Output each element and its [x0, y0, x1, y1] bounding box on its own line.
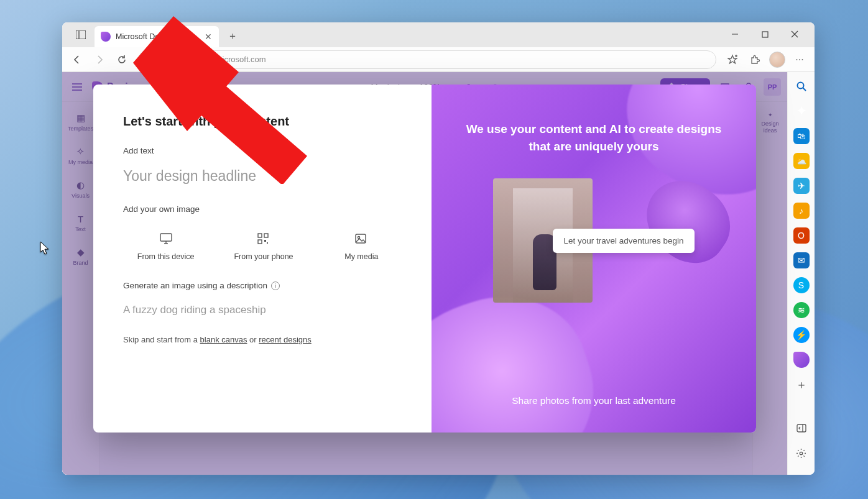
skip-text: Skip and start from a blank canvas or re… — [123, 335, 404, 344]
forward-button[interactable] — [90, 50, 109, 70]
sidebar-app-icon[interactable]: ⛅ — [793, 153, 810, 169]
sidebar-collapse-button[interactable] — [793, 420, 810, 436]
blank-canvas-link[interactable]: blank canvas — [200, 335, 247, 344]
recent-designs-link[interactable]: recent designs — [259, 335, 312, 344]
svg-rect-16 — [264, 234, 268, 237]
tab-overview-button[interactable] — [71, 25, 91, 45]
start-modal: Let's start with your content Add text A… — [93, 85, 756, 433]
tab-title: Microsoft Designer — [116, 32, 180, 41]
monitor-icon — [159, 232, 173, 246]
window-controls — [719, 22, 811, 46]
sidebar-add-button[interactable]: ＋ — [793, 377, 810, 393]
modal-left-panel: Let's start with your content Add text A… — [93, 85, 432, 433]
svg-rect-15 — [258, 234, 262, 237]
image-icon — [354, 232, 368, 246]
svg-rect-0 — [76, 30, 86, 39]
sidebar-skype-icon[interactable]: S — [793, 277, 810, 293]
promo-headline: We use your content and AI to create des… — [432, 121, 756, 155]
sidebar-messenger-icon[interactable]: ⚡ — [793, 327, 810, 343]
sidebar-app-icon[interactable]: ✦ — [793, 103, 810, 119]
promo-demo: Let your travel adventures begin — [493, 178, 695, 303]
page-viewport: Designer +New design My design 100% Shar… — [62, 72, 787, 475]
close-tab-button[interactable]: ✕ — [203, 31, 214, 42]
skip-or: or — [247, 335, 259, 344]
promo-pill: Let your travel adventures begin — [553, 229, 695, 253]
modal-heading: Let's start with your content — [123, 114, 404, 129]
from-device-button[interactable]: From this device — [123, 226, 208, 267]
lock-icon — [146, 54, 154, 65]
tab-strip: Microsoft Designer ✕ ＋ — [62, 22, 815, 47]
sidebar-app-icon[interactable]: ✈ — [793, 178, 810, 194]
edge-sidebar: ✦ 🛍 ⛅ ✈ ♪ O ✉ S ≋ ⚡ ＋ — [787, 72, 815, 475]
from-device-label: From this device — [137, 252, 195, 261]
mouse-cursor — [40, 241, 50, 256]
generate-label-row: Generate an image using a description i — [123, 281, 404, 290]
modal-overlay[interactable]: Let's start with your content Add text A… — [62, 72, 787, 475]
svg-rect-20 — [356, 234, 366, 243]
browser-window: Microsoft Designer ✕ ＋ https://designer.… — [62, 22, 815, 475]
sidebar-app-icon[interactable]: 🛍 — [793, 128, 810, 144]
skip-prefix: Skip and start from a — [123, 335, 200, 344]
sidebar-office-icon[interactable]: O — [793, 227, 810, 244]
add-image-label: Add your own image — [123, 204, 404, 214]
new-tab-button[interactable]: ＋ — [224, 27, 241, 45]
sidebar-search-button[interactable] — [793, 78, 810, 94]
maximize-button[interactable] — [756, 25, 773, 43]
image-source-row: From this device From your phone My medi… — [123, 226, 404, 267]
from-phone-label: From your phone — [234, 252, 293, 261]
modal-right-panel: We use your content and AI to create des… — [432, 85, 756, 433]
svg-point-22 — [797, 83, 803, 89]
content-row: Designer +New design My design 100% Shar… — [62, 72, 815, 475]
browser-tab[interactable]: Microsoft Designer ✕ — [95, 26, 219, 47]
extensions-button[interactable] — [745, 50, 765, 70]
designer-favicon — [101, 32, 111, 42]
close-window-button[interactable] — [786, 25, 803, 43]
svg-point-21 — [358, 236, 360, 238]
sidebar-spotify-icon[interactable]: ≋ — [793, 302, 810, 318]
svg-rect-18 — [264, 240, 266, 242]
profile-button[interactable] — [767, 50, 787, 70]
sidebar-outlook-icon[interactable]: ✉ — [793, 252, 810, 268]
minimize-button[interactable] — [726, 25, 744, 43]
favorites-button[interactable] — [723, 50, 742, 70]
from-phone-button[interactable]: From your phone — [221, 226, 306, 267]
svg-point-26 — [800, 452, 802, 454]
my-media-button[interactable]: My media — [319, 226, 404, 267]
svg-rect-12 — [160, 234, 172, 241]
url-text: https://designer.microsoft.com — [159, 55, 266, 64]
browser-toolbar: https://designer.microsoft.com ··· — [62, 47, 815, 72]
svg-line-23 — [803, 88, 806, 91]
my-media-label: My media — [344, 252, 378, 261]
menu-button[interactable]: ··· — [790, 50, 810, 70]
qr-icon — [257, 232, 270, 246]
refresh-button[interactable] — [112, 50, 132, 70]
svg-rect-6 — [147, 58, 153, 62]
info-icon[interactable]: i — [271, 282, 280, 290]
address-bar[interactable]: https://designer.microsoft.com — [138, 50, 716, 69]
svg-rect-19 — [267, 242, 268, 244]
generate-input[interactable] — [123, 296, 404, 324]
svg-rect-17 — [258, 240, 262, 244]
svg-rect-3 — [762, 32, 768, 37]
promo-caption: Share photos from your last adventure — [512, 395, 676, 406]
sidebar-designer-icon[interactable] — [793, 352, 810, 368]
generate-label: Generate an image using a description — [123, 281, 267, 290]
avatar-icon — [769, 52, 785, 68]
sidebar-app-icon[interactable]: ♪ — [793, 203, 810, 219]
sidebar-settings-button[interactable] — [793, 445, 810, 461]
add-text-label: Add text — [123, 146, 404, 155]
back-button[interactable] — [67, 50, 87, 70]
headline-input[interactable] — [123, 162, 404, 191]
